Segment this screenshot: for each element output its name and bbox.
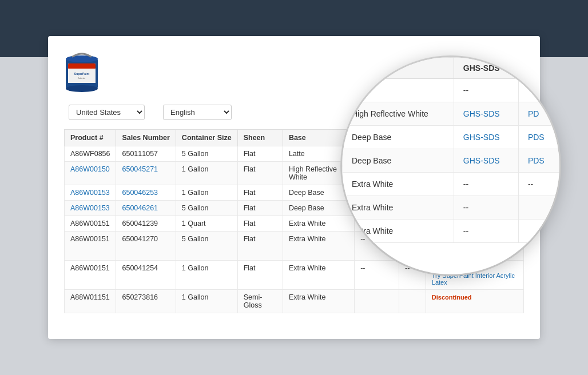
mag-ghs-value: -- [463,203,468,212]
country-select[interactable]: United States [69,105,145,120]
mag-col-pds [518,58,559,79]
mag-cell-base: Deep Base [343,126,454,149]
cell-status: Discontinued [426,290,523,313]
mag-pds-link[interactable]: PDS [528,133,545,142]
cell-sheen: Semi-Gloss [237,290,283,313]
mag-ghs-value: -- [463,179,468,189]
mag-ghs-value: -- [463,226,468,236]
col-header-size: Container Size [176,130,237,146]
svg-text:SuperPaint: SuperPaint [74,72,90,75]
mag-cell-pds[interactable]: PDS [518,149,559,173]
cell-size: 5 Gallon [176,201,237,216]
mag-ghs-link[interactable]: GHS-SDS [463,156,500,165]
mag-pds-value: -- [528,179,533,189]
svg-rect-5 [68,69,96,83]
cell-product: A86W00151 [65,216,116,232]
product-link[interactable]: A86W00153 [70,204,110,212]
mag-cell-pds[interactable]: PDS [518,126,559,149]
mag-cell-pds [518,196,559,220]
cell-sales: 650041239 [116,216,176,232]
svg-text:Interior: Interior [78,77,86,79]
mag-cell-base: Extra White [343,220,454,243]
cell-sheen: Flat [237,201,283,216]
magnifier-table: Base GHS-SDS Latte -- High Reflective Wh… [342,57,559,243]
mag-cell-ghs: -- [454,79,518,102]
mag-col-ghs: GHS-SDS [454,58,518,79]
mag-cell-base: Deep Base [343,149,454,173]
mag-cell-pds: -- [518,173,559,196]
mag-ghs-value: -- [463,86,468,95]
mag-cell-base: Latte [343,79,454,102]
cell-sales[interactable]: 650046253 [116,185,176,201]
mag-cell-base: Extra White [343,173,454,196]
mag-cell-ghs[interactable]: GHS-SDS [454,126,518,149]
discontinued-label: Discontinued [432,294,472,301]
mag-pds-link[interactable]: PD [528,109,539,118]
mag-pds-link[interactable]: PDS [528,156,545,165]
cell-product[interactable]: A86W00150 [65,162,116,185]
cell-size: 5 Gallon [176,232,237,261]
svg-point-6 [66,55,98,62]
cell-sheen: Flat [237,146,283,162]
cell-size: 1 Gallon [176,185,237,201]
mag-cell-pds [518,79,559,102]
mag-cell-ghs[interactable]: GHS-SDS [454,102,518,126]
mag-cell-pds[interactable]: PD [518,102,559,126]
sales-link[interactable]: 650045271 [122,165,158,173]
mag-header-row: Base GHS-SDS [343,58,560,79]
mag-cell-ghs: -- [454,220,518,243]
mag-table-row: Deep Base GHS-SDS PDS [343,126,560,149]
language-filter-group: English [158,105,232,120]
cell-sheen: Flat [237,216,283,232]
sales-link[interactable]: 650046253 [122,189,158,197]
product-link[interactable]: A86W00153 [70,189,110,197]
cell-sheen: Flat [237,261,283,290]
cell-size: 1 Gallon [176,162,237,185]
cell-sheen: Flat [237,185,283,201]
mag-table-row: Extra White -- [343,196,560,220]
cell-size: 1 Gallon [176,290,237,313]
cell-sales: 650041254 [116,261,176,290]
magnifier-overlay: Base GHS-SDS Latte -- High Reflective Wh… [342,57,559,274]
mag-cell-base: Extra White [343,196,454,220]
mag-ghs-link[interactable]: GHS-SDS [463,133,500,142]
col-header-sheen: Sheen [237,130,283,146]
product-image: SuperPaint Interior [64,50,105,95]
cell-sheen: Flat [237,162,283,185]
page-background: SuperPaint Interior United States Englis… [0,0,588,375]
mag-cell-ghs[interactable]: GHS-SDS [454,149,518,173]
cell-product: A86W00151 [65,261,116,290]
mag-cell-ghs: -- [454,196,518,220]
cell-product: A88W01151 [65,290,116,313]
cell-sales: 650041270 [116,232,176,261]
cell-product[interactable]: A86W00153 [65,185,116,201]
cell-sales: 650273816 [116,290,176,313]
cell-sales[interactable]: 650045271 [116,162,176,185]
cell-size: 1 Quart [176,216,237,232]
cell-product: A86W00151 [65,232,116,261]
cell-pds [399,290,426,313]
cell-ghs [355,290,399,313]
mag-table-row: Extra White -- -- [343,173,560,196]
sales-link[interactable]: 650046261 [122,204,158,212]
mag-table-row: Deep Base GHS-SDS PDS [343,149,560,173]
col-header-sales: Sales Number [116,130,176,146]
cell-product: A86WF0856 [65,146,116,162]
mag-ghs-link[interactable]: GHS-SDS [463,109,500,118]
product-link[interactable]: A86W00150 [70,165,110,173]
cell-sales[interactable]: 650046261 [116,201,176,216]
svg-point-2 [66,85,98,92]
col-header-product: Product # [65,130,116,146]
cell-size: 5 Gallon [176,146,237,162]
cell-size: 1 Gallon [176,261,237,290]
cell-product[interactable]: A86W00153 [65,201,116,216]
magnifier-content: Base GHS-SDS Latte -- High Reflective Wh… [342,57,559,274]
mag-col-base: Base [343,58,454,79]
language-select[interactable]: English [163,105,232,120]
cell-sheen: Flat [237,232,283,261]
cell-sales: 650111057 [116,146,176,162]
mag-table-row: Extra White -- [343,220,560,243]
table-row: A88W01151 650273816 1 Gallon Semi-Gloss … [65,290,524,313]
mag-cell-base: High Reflective White [343,102,454,126]
svg-rect-4 [68,63,96,69]
